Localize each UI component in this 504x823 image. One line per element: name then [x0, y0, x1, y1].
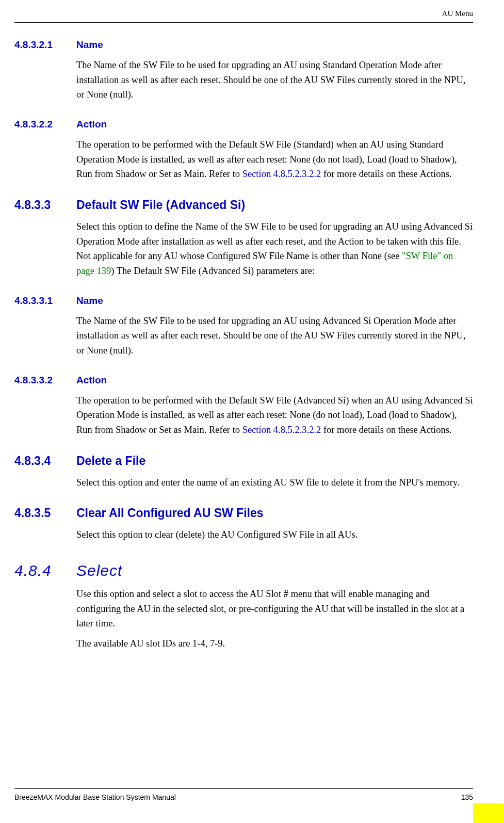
- section-4-8-3-2-2: 4.8.3.2.2 Action: [14, 119, 473, 130]
- section-number: 4.8.3.3.2: [14, 375, 76, 386]
- section-number: 4.8.3.3.1: [14, 295, 76, 306]
- text-post: ) The Default SW File (Advanced Si) para…: [111, 266, 315, 276]
- section-title: Action: [76, 119, 107, 130]
- body-text: The Name of the SW File to be used for u…: [76, 314, 473, 358]
- body-text: The operation to be performed with the D…: [76, 393, 473, 438]
- section-title: Select: [76, 562, 122, 579]
- section-number: 4.8.4: [14, 562, 76, 579]
- section-4-8-3-3: 4.8.3.3 Default SW File (Advanced Si): [14, 198, 473, 212]
- body-text: Use this option and select a slot to acc…: [76, 587, 473, 631]
- body-text: Select this option to define the Name of…: [76, 219, 473, 279]
- cross-reference-link[interactable]: Section 4.8.5.2.3.2.2: [242, 169, 321, 179]
- section-title: Delete a File: [76, 454, 145, 468]
- body-text: Select this option and enter the name of…: [76, 475, 473, 490]
- section-4-8-3-3-2: 4.8.3.3.2 Action: [14, 375, 473, 386]
- page-footer: BreezeMAX Modular Base Station System Ma…: [14, 788, 473, 801]
- section-title: Default SW File (Advanced Si): [76, 198, 245, 212]
- section-title: Name: [76, 39, 103, 51]
- page-marker: [473, 803, 504, 823]
- section-4-8-3-2-1: 4.8.3.2.1 Name: [14, 39, 473, 51]
- section-title: Name: [76, 295, 103, 306]
- footer-manual-title: BreezeMAX Modular Base Station System Ma…: [14, 793, 176, 801]
- yellow-marker-icon: [473, 803, 504, 823]
- page-header: AU Menu: [14, 9, 473, 23]
- text-post: for more details on these Actions.: [321, 169, 451, 179]
- section-title: Action: [76, 375, 107, 386]
- section-4-8-3-4: 4.8.3.4 Delete a File: [14, 454, 473, 468]
- section-number: 4.8.3.3: [14, 198, 76, 212]
- section-4-8-3-5: 4.8.3.5 Clear All Configured AU SW Files: [14, 506, 473, 520]
- section-number: 4.8.3.2.2: [14, 119, 76, 130]
- body-text: The operation to be performed with the D…: [76, 137, 473, 182]
- section-number: 4.8.3.2.1: [14, 39, 76, 51]
- body-text: The available AU slot IDs are 1-4, 7-9.: [76, 636, 473, 651]
- text-post: for more details on these Actions.: [321, 425, 451, 435]
- body-text: The Name of the SW File to be used for u…: [76, 58, 473, 102]
- section-title: Clear All Configured AU SW Files: [76, 506, 264, 520]
- section-4-8-4: 4.8.4 Select: [14, 562, 473, 579]
- section-number: 4.8.3.4: [14, 454, 76, 468]
- section-4-8-3-3-1: 4.8.3.3.1 Name: [14, 295, 473, 306]
- section-number: 4.8.3.5: [14, 506, 76, 520]
- cross-reference-link[interactable]: Section 4.8.5.2.3.2.2: [242, 425, 321, 435]
- body-text: Select this option to clear (delete) the…: [76, 527, 473, 542]
- footer-page-number: 135: [461, 793, 473, 801]
